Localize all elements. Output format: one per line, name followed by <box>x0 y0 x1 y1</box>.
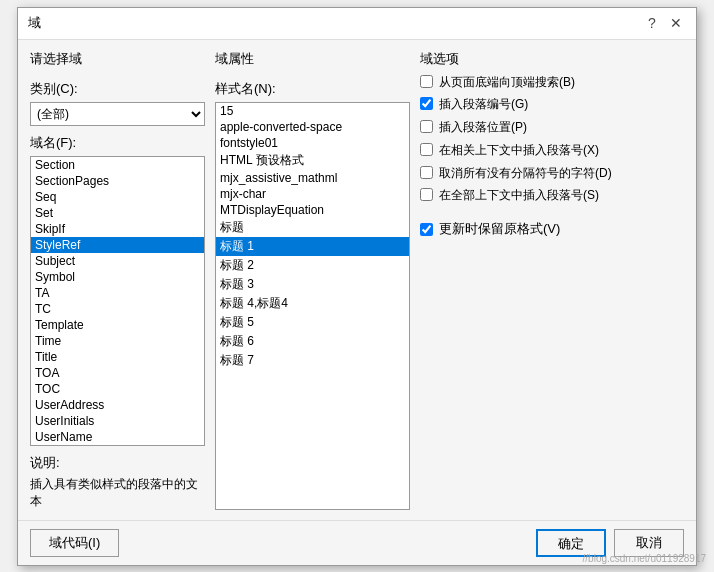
left-panel: 请选择域 类别(C): (全部) 域名(F): SectionSectionPa… <box>30 50 205 510</box>
option-checkbox-opt6[interactable] <box>420 188 433 201</box>
option-label: 在全部上下文中插入段落号(S) <box>439 187 599 204</box>
list-item[interactable]: Subject <box>31 253 204 269</box>
list-item[interactable]: 标题 1 <box>216 237 409 256</box>
dialog-title: 域 <box>28 14 41 32</box>
option-label: 从页面底端向顶端搜索(B) <box>439 74 575 91</box>
list-item[interactable]: 标题 3 <box>216 275 409 294</box>
option-checkbox-opt3[interactable] <box>420 120 433 133</box>
option-item: 取消所有没有分隔符号的字符(D) <box>420 165 684 182</box>
field-props-label: 域属性 <box>215 50 410 68</box>
list-item[interactable]: TOA <box>31 365 204 381</box>
list-item[interactable]: TC <box>31 301 204 317</box>
list-item[interactable]: UserAddress <box>31 397 204 413</box>
list-item[interactable]: Section <box>31 157 204 173</box>
option-label: 在相关上下文中插入段落号(X) <box>439 142 599 159</box>
list-item[interactable]: TOC <box>31 381 204 397</box>
style-name-label: 样式名(N): <box>215 80 410 98</box>
select-field-label: 请选择域 <box>30 50 205 68</box>
option-label: 取消所有没有分隔符号的字符(D) <box>439 165 612 182</box>
right-panel: 域选项 从页面底端向顶端搜索(B)插入段落编号(G)插入段落位置(P)在相关上下… <box>420 50 684 510</box>
list-item[interactable]: HTML 预设格式 <box>216 151 409 170</box>
list-item[interactable]: 标题 4,标题4 <box>216 294 409 313</box>
list-item[interactable]: SectionPages <box>31 173 204 189</box>
list-item[interactable]: Title <box>31 349 204 365</box>
description-label: 说明: <box>30 454 205 472</box>
preserve-format-label: 更新时保留原格式(V) <box>439 220 560 238</box>
list-item[interactable]: Time <box>31 333 204 349</box>
field-name-list[interactable]: SectionSectionPagesSeqSetSkipIfStyleRefS… <box>30 156 205 446</box>
description-text: 插入具有类似样式的段落中的文本 <box>30 476 205 510</box>
option-checkbox-opt4[interactable] <box>420 143 433 156</box>
options-area: 从页面底端向顶端搜索(B)插入段落编号(G)插入段落位置(P)在相关上下文中插入… <box>420 74 684 205</box>
description-area: 说明: 插入具有类似样式的段落中的文本 <box>30 454 205 510</box>
option-item: 插入段落编号(G) <box>420 96 684 113</box>
field-code-button[interactable]: 域代码(I) <box>30 529 119 557</box>
list-item[interactable]: Seq <box>31 189 204 205</box>
list-item[interactable]: MTDisplayEquation <box>216 202 409 218</box>
list-item[interactable]: 标题 2 <box>216 256 409 275</box>
list-item[interactable]: Set <box>31 205 204 221</box>
list-item[interactable]: mjx-char <box>216 186 409 202</box>
category-label: 类别(C): <box>30 80 205 98</box>
list-item[interactable]: mjx_assistive_mathml <box>216 170 409 186</box>
list-item[interactable]: 标题 <box>216 218 409 237</box>
option-item: 从页面底端向顶端搜索(B) <box>420 74 684 91</box>
preserve-format-checkbox[interactable] <box>420 223 433 236</box>
option-checkbox-opt1[interactable] <box>420 75 433 88</box>
list-item[interactable]: 标题 5 <box>216 313 409 332</box>
dialog-body: 请选择域 类别(C): (全部) 域名(F): SectionSectionPa… <box>18 40 696 520</box>
option-item: 在全部上下文中插入段落号(S) <box>420 187 684 204</box>
middle-panel: 域属性 样式名(N): 15apple-converted-spacefonts… <box>215 50 410 510</box>
list-item[interactable]: apple-converted-space <box>216 119 409 135</box>
list-item[interactable]: 15 <box>216 103 409 119</box>
option-item: 插入段落位置(P) <box>420 119 684 136</box>
list-item[interactable]: UserInitials <box>31 413 204 429</box>
title-bar: 域 ? ✕ <box>18 8 696 40</box>
category-select[interactable]: (全部) <box>30 102 205 126</box>
main-dialog: 域 ? ✕ 请选择域 类别(C): (全部) 域名(F): SectionSec… <box>17 7 697 566</box>
preserve-format-area: 更新时保留原格式(V) <box>420 220 684 238</box>
option-checkbox-opt5[interactable] <box>420 166 433 179</box>
list-item[interactable]: StyleRef <box>31 237 204 253</box>
list-item[interactable]: TA <box>31 285 204 301</box>
list-item[interactable]: UserName <box>31 429 204 445</box>
list-item[interactable]: Template <box>31 317 204 333</box>
list-item[interactable]: 标题 6 <box>216 332 409 351</box>
title-bar-buttons: ? ✕ <box>642 13 686 33</box>
option-item: 在相关上下文中插入段落号(X) <box>420 142 684 159</box>
list-item[interactable]: SkipIf <box>31 221 204 237</box>
option-label: 插入段落位置(P) <box>439 119 527 136</box>
field-name-label: 域名(F): <box>30 134 205 152</box>
footer-left: 域代码(I) <box>30 529 119 557</box>
help-button[interactable]: ? <box>642 13 662 33</box>
list-item[interactable]: Symbol <box>31 269 204 285</box>
field-options-label: 域选项 <box>420 50 684 68</box>
list-item[interactable]: fontstyle01 <box>216 135 409 151</box>
close-button[interactable]: ✕ <box>666 13 686 33</box>
watermark: //blog.csdn.net/u011928917 <box>583 553 706 564</box>
option-checkbox-opt2[interactable] <box>420 97 433 110</box>
list-item[interactable]: 标题 7 <box>216 351 409 370</box>
style-name-list[interactable]: 15apple-converted-spacefontstyle01HTML 预… <box>215 102 410 510</box>
option-label: 插入段落编号(G) <box>439 96 528 113</box>
